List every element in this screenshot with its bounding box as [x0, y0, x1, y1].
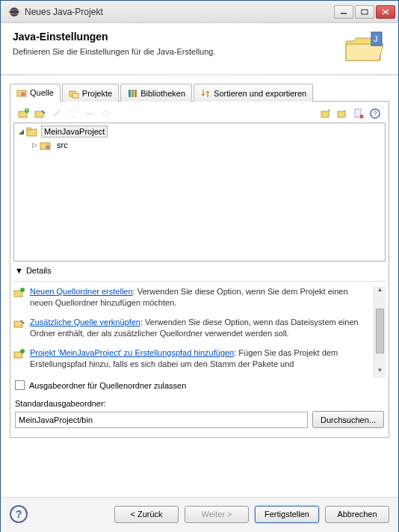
svg-rect-36 — [14, 321, 22, 327]
edit-icon — [49, 106, 64, 121]
detail-create-source: Neuen Quellordner erstellen: Verwenden S… — [13, 286, 372, 309]
svg-rect-13 — [132, 90, 134, 97]
details-separator — [13, 281, 386, 282]
collapse-all-icon[interactable]: - — [335, 106, 350, 121]
tab-projects[interactable]: Projekte — [62, 84, 119, 102]
project-folder-icon — [26, 126, 38, 137]
window-title: Neues Java-Projekt — [25, 7, 332, 17]
tab-order-export[interactable]: Sortieren und exportieren — [194, 84, 313, 102]
svg-point-33 — [46, 145, 50, 149]
chevron-down-icon: ▼ — [15, 266, 23, 275]
add-folder-icon — [13, 286, 25, 309]
finish-button[interactable]: Fertigstellen — [255, 506, 319, 523]
tab-source[interactable]: Quelle — [10, 84, 61, 102]
tab-label: Bibliotheken — [140, 89, 185, 98]
clear-icon[interactable] — [351, 106, 366, 121]
svg-rect-19 — [86, 113, 93, 114]
maximize-button[interactable] — [355, 5, 374, 19]
eclipse-icon — [8, 6, 20, 18]
source-folder-icon — [40, 140, 52, 150]
svg-rect-12 — [129, 90, 131, 97]
svg-rect-14 — [134, 90, 137, 97]
detail-link-source: Zusätzliche Quelle verknüpfen: Verwenden… — [13, 317, 372, 340]
svg-text:?: ? — [374, 110, 377, 117]
folder-java-icon: J — [343, 31, 386, 65]
svg-rect-31 — [27, 128, 31, 130]
back-button[interactable]: < Zurück — [114, 506, 179, 523]
help-icon[interactable]: ? — [368, 106, 383, 121]
next-button: Weiter > — [185, 506, 249, 523]
help-button[interactable]: ? — [10, 505, 28, 523]
default-output-input[interactable] — [15, 412, 308, 428]
add-source-folder-icon[interactable]: + — [16, 106, 31, 121]
tab-bar: Quelle Projekte Bibliotheken Sortieren u… — [10, 83, 389, 102]
tab-label: Projekte — [82, 89, 112, 98]
scrollbar-thumb[interactable] — [376, 309, 384, 353]
svg-point-20 — [103, 111, 109, 117]
svg-rect-25 — [355, 109, 361, 117]
close-button[interactable] — [376, 5, 395, 19]
cancel-button[interactable]: Abbrechen — [325, 506, 389, 523]
source-tree[interactable]: ◢ MeinJavaProject ▷ src — [13, 123, 386, 262]
tree-project-row[interactable]: ◢ MeinJavaProject — [16, 125, 383, 138]
wizard-footer: ? < Zurück Weiter > Fertigstellen Abbrec… — [1, 497, 398, 532]
svg-rect-18 — [35, 111, 43, 117]
titlebar: Neues Java-Projekt — [1, 1, 398, 23]
order-export-icon — [200, 88, 211, 99]
svg-point-38 — [20, 349, 25, 353]
link-folder-icon — [13, 317, 25, 340]
svg-rect-3 — [362, 10, 368, 14]
source-panel: + + - ? ◢ MeinJavaProject ▷ src — [10, 102, 389, 438]
source-toolbar: + + - ? — [13, 105, 386, 123]
remove-icon — [82, 106, 97, 121]
details-toggle[interactable]: ▼ Details — [13, 262, 386, 278]
svg-text:-: - — [344, 108, 346, 114]
libraries-icon — [127, 88, 137, 99]
details-body: Neuen Quellordner erstellen: Verwenden S… — [13, 286, 386, 377]
folder-package-icon — [16, 87, 27, 98]
tab-label: Sortieren und exportieren — [214, 89, 306, 98]
add-buildpath-link[interactable]: Projekt 'MeinJavaProject' zu Erstellungs… — [30, 348, 234, 357]
tab-libraries[interactable]: Bibliotheken — [120, 84, 192, 102]
svg-text:+: + — [25, 108, 28, 113]
default-output-label: Standardausgabeordner: — [13, 393, 386, 411]
svg-point-35 — [20, 288, 25, 292]
detail-add-to-path: Projekt 'MeinJavaProject' zu Erstellungs… — [13, 347, 372, 371]
svg-point-9 — [21, 92, 25, 96]
tree-src-row[interactable]: ▷ src — [16, 138, 383, 152]
toggle-icon — [66, 106, 81, 121]
svg-point-0 — [10, 7, 19, 16]
projects-icon — [69, 88, 79, 99]
details-scrollbar[interactable]: ▲ ▼ — [374, 286, 386, 377]
checkbox-label: Ausgabeordner für Quellenordner zulassen — [29, 381, 186, 390]
create-source-link[interactable]: Neuen Quellordner erstellen — [30, 287, 133, 296]
wizard-header: Java-Einstellungen Definieren Sie die Ei… — [1, 23, 398, 74]
allow-output-checkbox[interactable] — [15, 380, 25, 390]
add-project-icon — [13, 347, 25, 371]
minimize-button[interactable] — [334, 5, 353, 19]
project-label[interactable]: MeinJavaProject — [41, 126, 108, 137]
allow-output-folders-row: Ausgabeordner für Quellenordner zulassen — [13, 377, 386, 393]
link-source-icon[interactable] — [33, 106, 48, 121]
tab-label: Quelle — [30, 88, 54, 97]
collapse-icon[interactable]: ◢ — [16, 128, 26, 135]
details-label: Details — [26, 266, 52, 275]
browse-button[interactable]: Durchsuchen... — [312, 411, 384, 428]
expand-all-icon[interactable]: + — [318, 106, 333, 121]
page-description: Definieren Sie die Einstellungen für die… — [13, 47, 337, 56]
svg-text:+: + — [327, 108, 331, 114]
expand-icon[interactable]: ▷ — [29, 141, 40, 149]
src-label[interactable]: src — [55, 140, 70, 150]
svg-text:J: J — [374, 34, 378, 43]
svg-rect-11 — [72, 93, 78, 98]
configure-icon — [99, 106, 114, 121]
page-title: Java-Einstellungen — [13, 31, 337, 43]
link-source-link[interactable]: Zusätzliche Quelle verknüpfen — [30, 318, 140, 327]
